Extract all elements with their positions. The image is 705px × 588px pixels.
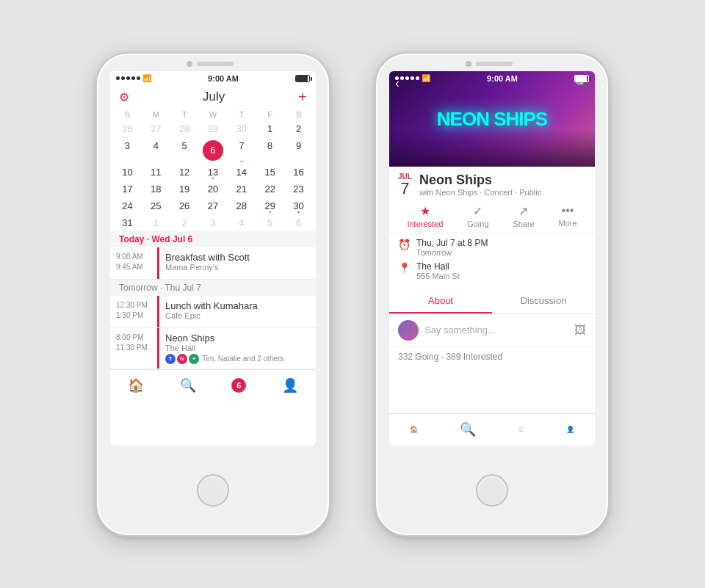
speaker-grill-2 xyxy=(476,62,513,66)
calendar-badge: 6 xyxy=(231,378,246,393)
section-tomorrow: Tomorrow · Thu Jul 7 xyxy=(110,280,316,296)
event-breakfast[interactable]: 9:00 AM9:45 AM Breakfast with Scott Mama… xyxy=(110,247,316,280)
event-neon[interactable]: 8:00 PM11:30 PM Neon Ships The Hall T N … xyxy=(110,328,316,369)
cal-cell-7[interactable]: 7 xyxy=(227,137,256,164)
cal-cell-4-next[interactable]: 4 xyxy=(227,214,256,231)
tab-calendar[interactable]: 6 xyxy=(231,378,246,393)
cal-cell-2-next[interactable]: 2 xyxy=(170,214,199,231)
cal-cell-6[interactable]: 6 xyxy=(199,137,228,164)
cal-cell-19[interactable]: 19 xyxy=(170,181,199,197)
event-actions: ★ Interested ✓ Going ↗ Share ••• More xyxy=(389,200,595,233)
cal-cell-24[interactable]: 24 xyxy=(113,197,142,214)
cal-cell-9[interactable]: 9 xyxy=(284,137,313,164)
camera-dot xyxy=(187,61,192,67)
phone-calendar: 📶 9:00 AM ⚙ July + xyxy=(95,52,330,537)
event-screen: 📶 9:00 AM NEON SHIPS ‹ � xyxy=(389,71,595,446)
calendar-icon-2: 🗓 xyxy=(518,426,524,433)
going-label: Going xyxy=(467,219,488,228)
cal-cell-27-prev[interactable]: 27 xyxy=(142,120,170,137)
cal-cell-30[interactable]: 30 xyxy=(284,197,313,214)
home-button-1[interactable] xyxy=(197,474,229,507)
event-info-2: Lunch with Kumahara Cafe Epic xyxy=(159,296,316,327)
cal-cell-1-next[interactable]: 1 xyxy=(142,214,170,231)
cal-cell-12[interactable]: 12 xyxy=(170,164,199,181)
cal-cell-28[interactable]: 28 xyxy=(227,197,256,214)
cal-cell-3[interactable]: 3 xyxy=(113,137,142,164)
avatar-3: + xyxy=(189,354,199,364)
add-event-button[interactable]: + xyxy=(298,89,307,106)
cal-cell-17[interactable]: 17 xyxy=(113,181,142,197)
event-where: The Hall 555 Main St xyxy=(416,261,460,280)
cal-cell-25[interactable]: 25 xyxy=(142,197,170,214)
event-meta: ⏰ Thu, Jul 7 at 8 PM Tomorrow 📍 The Hall… xyxy=(389,233,595,289)
cal-cell-10[interactable]: 10 xyxy=(113,164,142,181)
cal-cell-14[interactable]: 14 xyxy=(227,164,256,181)
avatar-2: N xyxy=(177,354,187,364)
signal-area-2: 📶 xyxy=(395,74,430,82)
profile-icon-2: 👤 xyxy=(566,426,574,433)
cal-cell-5-next[interactable]: 5 xyxy=(256,214,284,231)
event-when: Thu, Jul 7 at 8 PM Tomorrow xyxy=(416,238,488,257)
star-icon: ★ xyxy=(420,204,430,218)
status-time-1: 9:00 AM xyxy=(208,74,239,83)
tab-home-2[interactable]: 🏠 xyxy=(410,426,418,433)
cal-cell-31[interactable]: 31 xyxy=(113,214,142,231)
cal-cell-2[interactable]: 2 xyxy=(284,120,313,137)
tab-profile[interactable]: 👤 xyxy=(282,377,298,393)
tab-home[interactable]: 🏠 xyxy=(128,377,144,393)
phone-bottom-bar-2 xyxy=(476,446,508,535)
event-info-1: Breakfast with Scott Mama Penny's xyxy=(159,247,316,279)
action-going[interactable]: ✓ Going xyxy=(467,204,488,228)
day-thu: T xyxy=(227,109,256,120)
search-icon: 🔍 xyxy=(180,377,196,393)
event-lunch[interactable]: 12:30 PM1:30 PM Lunch with Kumahara Cafe… xyxy=(110,296,316,328)
cal-cell-15[interactable]: 15 xyxy=(256,164,284,181)
cal-cell-4[interactable]: 4 xyxy=(142,137,170,164)
cal-cell-1[interactable]: 1 xyxy=(256,120,284,137)
scene: 📶 9:00 AM ⚙ July + xyxy=(0,0,705,588)
cal-cell-22[interactable]: 22 xyxy=(256,181,284,197)
tab-about[interactable]: About xyxy=(389,289,492,313)
cal-cell-16[interactable]: 16 xyxy=(284,164,313,181)
tab-search[interactable]: 🔍 xyxy=(180,377,196,393)
cal-cell-23[interactable]: 23 xyxy=(284,181,313,197)
calendar-grid: 26 27 28 29 30 1 2 3 4 5 6 7 8 9 10 xyxy=(110,120,316,231)
comment-input[interactable]: Say something... xyxy=(424,324,568,335)
action-interested[interactable]: ★ Interested xyxy=(407,204,443,228)
cal-cell-30-prev[interactable]: 30 xyxy=(227,120,256,137)
phone-event: 📶 9:00 AM NEON SHIPS ‹ � xyxy=(375,52,610,537)
cal-cell-26-prev[interactable]: 26 xyxy=(113,120,142,137)
cal-cell-13[interactable]: 13 xyxy=(199,164,228,181)
tab-discussion[interactable]: Discussion xyxy=(492,289,595,313)
cal-cell-11[interactable]: 11 xyxy=(142,164,170,181)
action-share[interactable]: ↗ Share xyxy=(513,204,534,228)
cal-cell-29-prev[interactable]: 29 xyxy=(199,120,228,137)
tab-cal-2[interactable]: 🗓 xyxy=(518,426,524,433)
home-button-2[interactable] xyxy=(476,474,508,507)
cal-cell-18[interactable]: 18 xyxy=(142,181,170,197)
cal-cell-5[interactable]: 5 xyxy=(170,137,199,164)
photo-icon[interactable]: 🖼 xyxy=(574,324,586,337)
action-more[interactable]: ••• More xyxy=(558,204,576,228)
signal-dots xyxy=(116,76,140,80)
wifi-icon-2: 📶 xyxy=(422,74,430,82)
status-time-2: 9:00 AM xyxy=(487,74,518,83)
gear-icon[interactable]: ⚙ xyxy=(119,90,129,104)
cal-cell-8[interactable]: 8 xyxy=(256,137,284,164)
cal-cell-21[interactable]: 21 xyxy=(227,181,256,197)
cal-cell-27[interactable]: 27 xyxy=(199,197,228,214)
cal-cell-6-next[interactable]: 6 xyxy=(284,214,313,231)
cal-cell-28-prev[interactable]: 28 xyxy=(170,120,199,137)
home-icon-2: 🏠 xyxy=(410,426,418,433)
cal-cell-26[interactable]: 26 xyxy=(170,197,199,214)
cal-cell-3-next[interactable]: 3 xyxy=(199,214,228,231)
event-date: JUL 7 xyxy=(398,173,412,197)
tab-profile-2[interactable]: 👤 xyxy=(566,426,574,433)
event-subtitle: with Neon Ships · Concert · Public xyxy=(419,188,541,197)
event-where-row: 📍 The Hall 555 Main St xyxy=(398,261,586,280)
cal-cell-20[interactable]: 20 xyxy=(199,181,228,197)
search-icon-2: 🔍 xyxy=(460,421,476,438)
tab-search-2[interactable]: 🔍 xyxy=(460,421,476,438)
cal-cell-29[interactable]: 29 xyxy=(256,197,284,214)
event-title: Neon Ships xyxy=(419,173,541,188)
